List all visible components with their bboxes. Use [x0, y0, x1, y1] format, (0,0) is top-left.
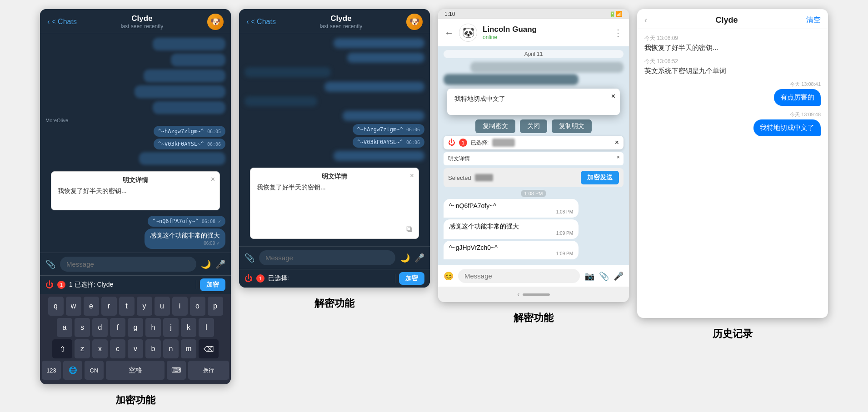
key-n[interactable]: n: [163, 339, 179, 358]
encrypt-button-s2[interactable]: 加密: [399, 272, 424, 285]
copy-icon[interactable]: ⧉: [257, 224, 412, 234]
camera-icon[interactable]: 📷: [584, 271, 594, 281]
send-encrypt-btn[interactable]: 加密发送: [581, 171, 619, 184]
encrypted-msg-3[interactable]: ^~nQ6fPA7ofy~^ 06:08 ✓: [148, 216, 225, 227]
key-f[interactable]: f: [110, 318, 125, 337]
msg-bubble-4: 我特地切成中文了: [753, 119, 821, 136]
more-options-icon[interactable]: ⋮: [614, 27, 623, 38]
emoji-icon-s2[interactable]: 🌙: [400, 253, 410, 263]
attach-icon-s2[interactable]: 📎: [244, 253, 254, 263]
key-s[interactable]: s: [75, 318, 90, 337]
s3-message-input[interactable]: [458, 269, 580, 283]
s1-messages: MoreOlive ^~hAzgw7zlgm~^ 06:05 ^~V03kF0A…: [40, 33, 231, 253]
s4-title: Clyde: [715, 15, 738, 25]
close-popup-btn[interactable]: 关闭: [520, 119, 547, 133]
kb-row-1: q w e r t y u i o p: [42, 297, 229, 316]
key-shift[interactable]: ⇧: [52, 339, 72, 358]
key-b[interactable]: b: [145, 339, 161, 358]
screen4-phone: ‹ Clyde 清空 今天 13:06:09 我恢复了好半天的密钥... 今天 …: [637, 9, 828, 318]
key-k[interactable]: k: [181, 318, 196, 337]
key-l[interactable]: l: [199, 318, 214, 337]
contact-avatar[interactable]: 🐶: [207, 14, 224, 30]
key-globe[interactable]: 🌐: [63, 361, 82, 380]
copy-plaintext-btn[interactable]: 复制明文: [552, 119, 592, 133]
selected-value: [492, 139, 515, 147]
key-u[interactable]: u: [155, 297, 170, 316]
key-x[interactable]: x: [92, 339, 108, 358]
caption-s3: 解密功能: [514, 311, 554, 325]
blurred-out: [347, 53, 424, 63]
close-detail-icon[interactable]: ×: [617, 154, 620, 160]
key-d[interactable]: d: [92, 318, 108, 337]
key-o[interactable]: o: [190, 297, 205, 316]
key-j[interactable]: j: [163, 318, 179, 337]
key-i[interactable]: i: [172, 297, 188, 316]
enc-msg-s2-1[interactable]: ^~hAzgw7zlgm~^ 06:06: [353, 124, 424, 135]
s4-back-button[interactable]: ‹: [644, 15, 647, 25]
contact-avatar-s3[interactable]: 🐼: [459, 24, 477, 42]
contact-avatar-s2[interactable]: 🐶: [406, 14, 423, 30]
back-arrow-icon[interactable]: ←: [444, 28, 454, 38]
msg-text: ^~nQ6fPA7ofy~^: [449, 202, 496, 209]
key-space[interactable]: 空格: [106, 361, 165, 380]
attach-icon-s3[interactable]: 📎: [599, 271, 609, 281]
selected-send-row: Selected 加密发送: [444, 168, 624, 187]
encrypted-msg-1[interactable]: ^~hAzgw7zlgm~^ 06:05: [154, 126, 225, 137]
key-p[interactable]: p: [208, 297, 223, 316]
back-label: < Chats: [51, 18, 77, 26]
s2-messages: ^~hAzgw7zlgm~^ 06:06 ^~V03kF0AYSL~^ 06:0…: [239, 33, 430, 246]
encrypted-msg-2[interactable]: ^~V03kF0AYSL~^ 06:06: [154, 139, 225, 149]
power-icon[interactable]: ⏻: [45, 280, 54, 290]
status-time: 1:10: [444, 11, 455, 17]
screen4-block: ‹ Clyde 清空 今天 13:06:09 我恢复了好半天的密钥... 今天 …: [637, 9, 828, 341]
enc-msg-s2-2[interactable]: ^~V03kF0AYSL~^ 06:06: [353, 137, 424, 148]
modal-content: 我恢复了好半天的密钥...: [58, 187, 213, 205]
mic-icon-s3[interactable]: 🎤: [614, 271, 624, 281]
key-123[interactable]: 123: [42, 361, 61, 380]
msg-text-2: 英文系统下密钥是九个单词: [644, 67, 821, 75]
mic-icon-s2[interactable]: 🎤: [414, 253, 424, 263]
key-t[interactable]: t: [119, 297, 135, 316]
message-input[interactable]: [60, 257, 196, 272]
power-icon-s3[interactable]: ⏻: [448, 139, 455, 147]
emoji-icon[interactable]: 🌙: [201, 259, 211, 269]
key-v[interactable]: v: [128, 339, 143, 358]
s2-back-button[interactable]: ‹ < Chats: [246, 18, 276, 26]
key-q[interactable]: q: [48, 297, 64, 316]
nav-back-icon[interactable]: ‹: [517, 290, 519, 298]
divider: [395, 274, 395, 283]
key-delete[interactable]: ⌫: [199, 339, 219, 358]
key-c[interactable]: c: [110, 339, 125, 358]
s1-back-button[interactable]: ‹ < Chats: [47, 18, 77, 26]
key-return[interactable]: 换行: [188, 361, 229, 380]
key-w[interactable]: w: [66, 297, 81, 316]
key-y[interactable]: y: [137, 297, 152, 316]
s4-clear-button[interactable]: 清空: [806, 15, 821, 25]
attach-icon[interactable]: 📎: [45, 259, 55, 269]
key-z[interactable]: z: [75, 339, 90, 358]
key-cn[interactable]: CN: [85, 361, 104, 380]
copy-ciphertext-btn[interactable]: 复制密文: [475, 119, 515, 133]
message-input-s2[interactable]: [259, 250, 395, 265]
mic-icon[interactable]: 🎤: [215, 259, 225, 269]
blurred-enc: [470, 62, 624, 73]
key-a[interactable]: a: [57, 318, 72, 337]
sender-label: MoreOlive: [45, 118, 225, 123]
key-e[interactable]: e: [84, 297, 99, 316]
emoji-input-icon[interactable]: 😊: [444, 271, 454, 281]
notification-badge: 1: [57, 281, 65, 289]
close-enc-icon[interactable]: ×: [615, 139, 619, 147]
key-keyboard[interactable]: ⌨: [167, 361, 186, 380]
close-icon[interactable]: ×: [611, 92, 615, 100]
modal-close-button[interactable]: ×: [410, 172, 414, 180]
notification-badge-s2: 1: [256, 274, 264, 283]
key-m[interactable]: m: [181, 339, 196, 358]
key-g[interactable]: g: [128, 318, 143, 337]
blurred-msgs-group: [45, 37, 225, 115]
encrypt-button[interactable]: 加密: [200, 278, 225, 291]
blurred-out: [334, 38, 424, 48]
modal-close-button[interactable]: ×: [211, 175, 215, 184]
key-h[interactable]: h: [145, 318, 161, 337]
power-icon-s2[interactable]: ⏻: [244, 274, 253, 283]
key-r[interactable]: r: [101, 297, 117, 316]
